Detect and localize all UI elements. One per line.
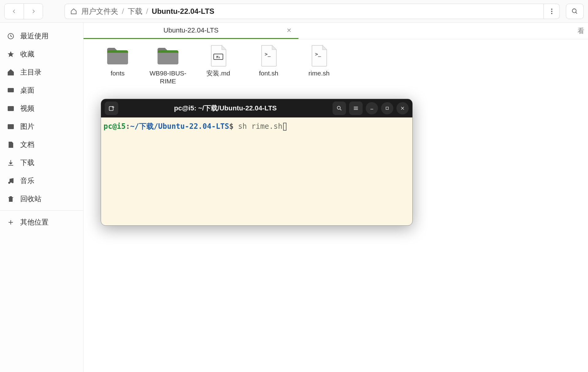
- sidebar-item-label: 收藏: [20, 49, 34, 59]
- breadcrumb-separator: /: [122, 7, 124, 16]
- sidebar-item-label: 主目录: [20, 67, 41, 77]
- file-grid: fonts WB98-IBUS-RIME M↓ 安装.md >_ font.sh: [84, 39, 588, 91]
- file-item-sh[interactable]: >_ rime.sh: [295, 45, 343, 77]
- terminal-search-button[interactable]: [333, 102, 346, 115]
- forward-button[interactable]: [24, 4, 43, 19]
- file-manager-toolbar: 用户文件夹 / 下载 / Ubuntu-22.04-LTS: [0, 0, 588, 23]
- svg-rect-30: [386, 107, 388, 109]
- markdown-file-icon: M↓: [206, 45, 231, 67]
- folder-icon: [156, 45, 180, 67]
- svg-point-0: [572, 9, 576, 13]
- nav-button-group: [4, 3, 43, 19]
- shell-file-icon: >_: [256, 45, 281, 67]
- file-item-folder[interactable]: fonts: [94, 45, 141, 77]
- sidebar-item-recent[interactable]: 最近使用: [0, 27, 83, 45]
- sidebar-item-home[interactable]: 主目录: [0, 63, 83, 81]
- terminal-menu-button[interactable]: [349, 102, 363, 115]
- crumb-current[interactable]: Ubuntu-22.04-LTS: [152, 7, 214, 16]
- sidebar-item-label: 音乐: [20, 176, 34, 186]
- desktop-icon: [7, 86, 15, 94]
- sidebar-divider: [0, 210, 83, 211]
- pathbar-container: 用户文件夹 / 下载 / Ubuntu-22.04-LTS: [64, 4, 560, 19]
- kebab-icon: [551, 9, 552, 14]
- clock-icon: [7, 32, 15, 40]
- tab-close-button[interactable]: ✕: [286, 27, 292, 34]
- sidebar-item-music[interactable]: 音乐: [0, 172, 83, 190]
- shell-file-icon: >_: [307, 45, 331, 67]
- svg-point-14: [12, 181, 13, 182]
- terminal-command: sh rime.sh: [238, 122, 282, 131]
- file-item-sh[interactable]: >_ font.sh: [245, 45, 292, 77]
- svg-line-25: [340, 109, 341, 110]
- svg-line-1: [576, 12, 577, 13]
- svg-marker-3: [8, 51, 14, 57]
- file-label: WB98-IBUS-RIME: [144, 69, 192, 86]
- search-button[interactable]: [566, 4, 584, 19]
- svg-text:>_: >_: [265, 51, 271, 57]
- terminal-path: ~/下载/Ubuntu-22.04-LTS: [130, 122, 229, 131]
- sidebar-item-trash[interactable]: 回收站: [0, 190, 83, 208]
- sidebar-item-downloads[interactable]: 下载: [0, 154, 83, 172]
- file-item-folder[interactable]: WB98-IBUS-RIME: [144, 45, 192, 86]
- plus-icon: [7, 218, 15, 226]
- terminal-title: pc@i5: ~/下载/Ubuntu-22.04-LTS: [121, 104, 329, 113]
- file-label: 安装.md: [206, 69, 230, 77]
- terminal-titlebar[interactable]: pc@i5: ~/下载/Ubuntu-22.04-LTS: [101, 99, 412, 117]
- terminal-close-button[interactable]: [396, 102, 409, 114]
- document-icon: [7, 141, 15, 149]
- sidebar: 最近使用 收藏 主目录 桌面 视频 图片 文档 下载: [0, 23, 84, 372]
- pictures-icon: [7, 123, 15, 131]
- svg-point-24: [337, 106, 340, 109]
- terminal-body[interactable]: pc@i5:~/下载/Ubuntu-22.04-LTS$ sh rime.sh: [101, 117, 412, 136]
- svg-text:>_: >_: [315, 51, 321, 57]
- sidebar-item-label: 视频: [20, 104, 34, 113]
- terminal-minimize-button[interactable]: [366, 102, 378, 114]
- sidebar-item-documents[interactable]: 文档: [0, 136, 83, 154]
- terminal-maximize-button[interactable]: [381, 102, 393, 114]
- download-icon: [7, 159, 15, 167]
- svg-rect-4: [8, 88, 14, 92]
- sidebar-item-label: 下载: [20, 158, 34, 167]
- back-button[interactable]: [5, 4, 24, 19]
- breadcrumb-separator: /: [146, 7, 148, 16]
- tab-overflow[interactable]: 看: [574, 23, 588, 39]
- folder-icon: [105, 45, 130, 67]
- sidebar-item-label: 图片: [20, 122, 34, 131]
- breadcrumb[interactable]: 用户文件夹 / 下载 / Ubuntu-22.04-LTS: [64, 4, 544, 19]
- sidebar-item-label: 回收站: [20, 194, 41, 204]
- tab-label: Ubuntu-22.04-LTS: [163, 26, 218, 34]
- sidebar-item-other-locations[interactable]: 其他位置: [0, 213, 83, 231]
- tab-bar: Ubuntu-22.04-LTS ✕ 看: [84, 23, 588, 39]
- sidebar-item-label: 其他位置: [20, 217, 49, 227]
- sidebar-item-pictures[interactable]: 图片: [0, 117, 83, 136]
- crumb-downloads[interactable]: 下载: [128, 6, 142, 16]
- home-icon: [70, 8, 77, 15]
- terminal-window[interactable]: pc@i5: ~/下载/Ubuntu-22.04-LTS pc@i5:~/下载/…: [101, 99, 413, 226]
- terminal-prompt-char: $: [229, 122, 233, 131]
- music-icon: [7, 177, 15, 185]
- file-label: fonts: [111, 69, 125, 77]
- trash-icon: [7, 195, 15, 203]
- terminal-cursor: [283, 123, 286, 131]
- video-icon: [7, 105, 15, 113]
- svg-point-13: [9, 182, 10, 183]
- terminal-new-tab-button[interactable]: [105, 102, 118, 115]
- terminal-prompt-line: pc@i5:~/下载/Ubuntu-22.04-LTS$ sh rime.sh: [103, 122, 410, 131]
- file-item-md[interactable]: M↓ 安装.md: [195, 45, 242, 77]
- file-label: rime.sh: [309, 69, 330, 77]
- sidebar-item-desktop[interactable]: 桌面: [0, 81, 83, 99]
- terminal-user-host: pc@i5: [103, 122, 126, 131]
- sidebar-item-label: 文档: [20, 140, 34, 149]
- sidebar-item-starred[interactable]: 收藏: [0, 45, 83, 63]
- path-options-button[interactable]: [544, 4, 560, 19]
- file-label: font.sh: [259, 69, 278, 77]
- crumb-home[interactable]: 用户文件夹: [81, 6, 118, 16]
- tab-active[interactable]: Ubuntu-22.04-LTS ✕: [84, 23, 298, 39]
- svg-text:M↓: M↓: [216, 55, 220, 59]
- sidebar-item-label: 最近使用: [20, 31, 49, 41]
- star-icon: [7, 50, 15, 58]
- sidebar-item-label: 桌面: [20, 86, 34, 95]
- home-icon: [7, 68, 15, 76]
- sidebar-item-videos[interactable]: 视频: [0, 99, 83, 117]
